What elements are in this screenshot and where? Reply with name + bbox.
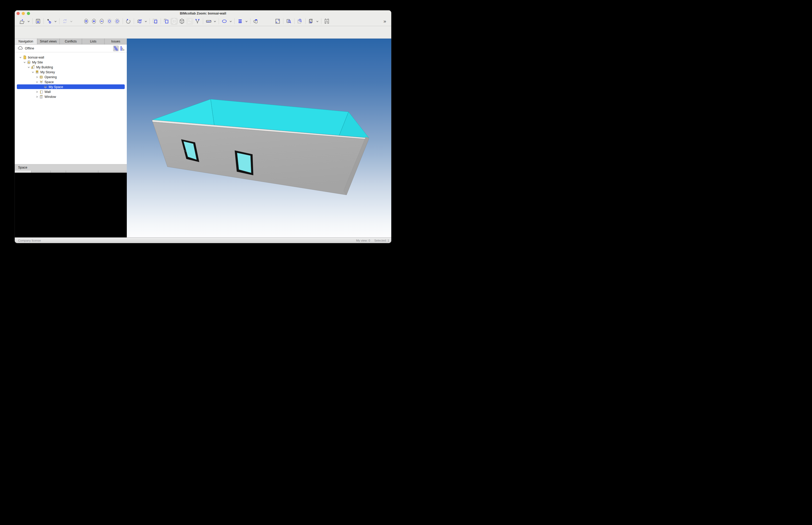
view-corner-chevron-button[interactable]: [315, 18, 319, 25]
disclosure-chevron[interactable]: [35, 80, 39, 84]
tab-conflicts[interactable]: Conflicts: [60, 39, 82, 44]
tree-row-my-space[interactable]: My Space: [15, 85, 127, 89]
measure-chevron-button[interactable]: [213, 18, 217, 25]
save-icon: [35, 18, 41, 24]
refresh-icon: [62, 18, 68, 24]
highlight-dotted-button[interactable]: [106, 18, 113, 25]
highlight-dashed-icon: [114, 18, 120, 24]
disclosure-chevron[interactable]: [35, 90, 39, 93]
select-box-button[interactable]: [163, 18, 170, 25]
model-icon: [23, 56, 27, 59]
disclosure-chevron[interactable]: [31, 71, 34, 74]
open-model-button[interactable]: [19, 18, 26, 25]
desktop: { "window": { "title": "BIMcollab Zoom: …: [0, 0, 406, 262]
link-issue-icon: [46, 18, 52, 24]
zoom-in-icon: [91, 18, 97, 24]
tree-row-window[interactable]: Window: [15, 94, 127, 99]
tree-item-label: Opening: [45, 75, 57, 79]
tab-navigation[interactable]: Navigation: [15, 39, 37, 44]
annotate-ellipse-chevron-button[interactable]: [229, 18, 233, 25]
status-my-view: My view: 0: [356, 239, 370, 242]
zoom-out-button[interactable]: [98, 18, 105, 25]
tree-row-bonsai-wall[interactable]: bonsai-wall: [15, 55, 127, 60]
toolbar-separator: [150, 18, 150, 24]
disclosure-chevron[interactable]: [27, 66, 30, 69]
clip-plane-button[interactable]: [170, 18, 178, 25]
window-icon: [39, 95, 43, 99]
refresh-button[interactable]: [61, 18, 68, 25]
highlight-dashed-button[interactable]: [113, 18, 121, 25]
sync-views-icon: [187, 18, 193, 24]
more-tools-button[interactable]: »: [381, 18, 388, 25]
disclosure-chevron[interactable]: [35, 76, 39, 79]
zoom-window-button[interactable]: [285, 18, 292, 25]
title-bar[interactable]: BIMcollab Zoom: bonsai-wall: [15, 10, 391, 17]
clip-plane-icon: [171, 18, 177, 24]
disclosure-chevron: [40, 86, 43, 89]
annotate-ellipse-icon: [221, 18, 227, 24]
line-thickness-chevron-button[interactable]: [244, 18, 248, 25]
tab-issues[interactable]: Issues: [105, 39, 127, 44]
hierarchy-view-button[interactable]: [113, 46, 119, 51]
line-thickness-button[interactable]: [236, 18, 244, 25]
measure-button[interactable]: [205, 18, 212, 25]
selection-highlight: [17, 85, 125, 89]
open-model-chevron-button[interactable]: [26, 18, 31, 25]
link-issue-button[interactable]: [46, 18, 53, 25]
license-label: Company license: [18, 239, 41, 242]
disclosure-chevron[interactable]: [19, 56, 22, 59]
section-cube-button[interactable]: [178, 18, 185, 25]
disclosure-chevron[interactable]: [23, 61, 26, 64]
refresh-chevron-button[interactable]: [69, 18, 73, 25]
window-title: BIMcollab Zoom: bonsai-wall: [15, 11, 391, 15]
space-item-icon: [44, 85, 47, 89]
line-thickness-chevron-icon: [245, 20, 248, 23]
fit-view-icon: [275, 18, 280, 24]
link-issue-chevron-button[interactable]: [53, 18, 58, 25]
properties-panel-header: Space: [15, 164, 127, 170]
tree-row-my-building[interactable]: My Building: [15, 65, 127, 70]
split-view-button[interactable]: [194, 18, 201, 25]
reset-rotation-icon: [125, 18, 131, 24]
save-button[interactable]: [34, 18, 42, 25]
perspective-icon: [137, 18, 142, 24]
view-corner-chevron-icon: [316, 20, 319, 23]
tree-row-space[interactable]: Space: [15, 79, 127, 85]
model-tree: bonsai-wallMy SiteMy BuildingMy StoreyOp…: [15, 52, 127, 164]
tree-row-wall[interactable]: Wall: [15, 89, 127, 94]
zoom-window-icon: [286, 18, 292, 24]
tree-row-opening[interactable]: Opening: [15, 75, 127, 79]
toolbar-separator: [283, 18, 284, 24]
tab-smart-views[interactable]: Smart views: [37, 39, 60, 44]
fit-view-button[interactable]: [274, 18, 281, 25]
toolbar-separator: [59, 18, 60, 24]
properties-column-header: [15, 170, 127, 172]
perspective-button[interactable]: [136, 18, 143, 25]
toolbar-separator: [32, 18, 33, 24]
opening-tool-button[interactable]: [323, 18, 331, 25]
isolate-button[interactable]: [82, 18, 90, 25]
status-selected: Selected: 1: [374, 239, 389, 242]
3d-viewport[interactable]: [127, 39, 391, 237]
storey-icon: [35, 70, 39, 74]
tree-item-label: Wall: [45, 90, 51, 94]
tree-row-my-storey[interactable]: My Storey: [15, 70, 127, 75]
annotate-ellipse-button[interactable]: [221, 18, 228, 25]
zoom-selection-button[interactable]: [296, 18, 304, 25]
tree-view-mode-buttons: [113, 46, 125, 51]
paint-bucket-icon: [253, 18, 259, 24]
flat-view-button[interactable]: [120, 46, 125, 51]
tree-item-label: My Site: [32, 61, 43, 64]
tree-row-my-site[interactable]: My Site: [15, 60, 127, 65]
sync-views-button[interactable]: [186, 18, 193, 25]
tab-lists[interactable]: Lists: [82, 39, 105, 44]
select-visible-button[interactable]: [152, 18, 159, 25]
view-corner-button[interactable]: [307, 18, 315, 25]
reset-rotation-button[interactable]: [125, 18, 132, 25]
paint-bucket-button[interactable]: [252, 18, 260, 25]
disclosure-chevron[interactable]: [35, 95, 39, 99]
zoom-in-button[interactable]: [90, 18, 97, 25]
perspective-chevron-button[interactable]: [143, 18, 148, 25]
tree-item-label: My Building: [36, 65, 53, 69]
tree-item-label: Window: [45, 95, 56, 99]
